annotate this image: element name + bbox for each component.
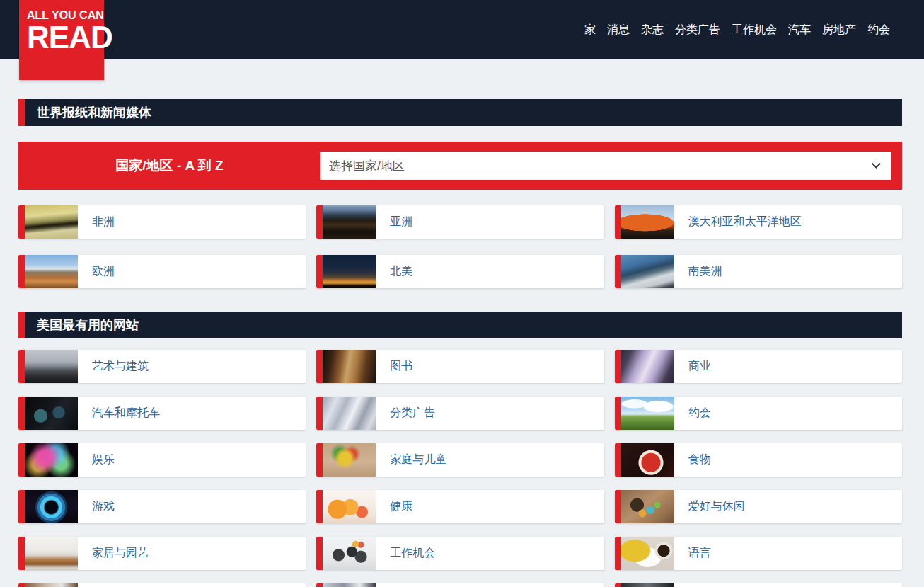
site-logo[interactable]: ALL YOU CAN READ	[19, 0, 104, 80]
card-accent-bar	[18, 537, 25, 570]
card-accent-bar	[18, 205, 25, 239]
card-home-garden[interactable]: 家居与园艺	[18, 537, 306, 570]
country-select[interactable]: 选择国家/地区	[320, 152, 891, 180]
nav-item-magazines[interactable]: 杂志	[641, 23, 664, 38]
card-label: 图书	[376, 359, 412, 374]
card-label: 健康	[376, 499, 412, 514]
card-accent-bar	[316, 397, 323, 430]
card-label: 娱乐	[78, 452, 115, 467]
card-south-america[interactable]: 南美洲	[615, 255, 902, 288]
card-hobbies-leisure[interactable]: 爱好与休闲	[615, 490, 902, 523]
card-classifieds[interactable]: 分类广告	[316, 397, 604, 430]
card-north-america[interactable]: 北美	[316, 255, 604, 288]
nav-item-news[interactable]: 消息	[607, 23, 630, 38]
card-australia-pacific[interactable]: 澳大利亚和太平洋地区	[615, 205, 902, 239]
card-accent-bar	[18, 397, 25, 430]
card-partial-2[interactable]	[316, 583, 604, 587]
us-card-grid: 艺术与建筑 图书 商业 汽车和摩托车 分类广告 约会	[18, 350, 902, 587]
card-cars-motorcycles[interactable]: 汽车和摩托车	[18, 397, 306, 430]
card-accent-bar	[615, 583, 621, 587]
card-label: 家居与园艺	[78, 546, 149, 561]
card-label: 爱好与休闲	[674, 499, 745, 514]
card-thumb-partial-1	[25, 583, 78, 587]
card-food[interactable]: 食物	[615, 443, 902, 477]
card-languages[interactable]: 语言	[615, 537, 902, 570]
country-az-banner: 国家/地区 - A 到 Z 选择国家/地区	[18, 142, 902, 190]
card-label: 家庭与儿童	[376, 452, 446, 467]
card-thumb-partial-2	[323, 583, 376, 587]
card-accent-bar	[316, 583, 323, 587]
card-accent-bar	[615, 255, 621, 288]
card-label: 欧洲	[78, 264, 115, 279]
card-accent-bar	[18, 583, 25, 587]
card-thumb-food	[621, 443, 674, 477]
card-thumb-home-garden	[25, 537, 78, 570]
card-accent-bar	[316, 490, 323, 523]
section-title-world: 世界报纸和新闻媒体	[18, 99, 902, 126]
nav-item-classifieds[interactable]: 分类广告	[675, 23, 720, 38]
card-label: 约会	[674, 406, 711, 421]
card-thumb-australia-pacific	[621, 205, 674, 239]
card-label: 语言	[674, 546, 711, 561]
card-thumb-jobs	[323, 537, 376, 570]
section-title-us: 美国最有用的网站	[18, 312, 902, 338]
card-accent-bar	[615, 350, 621, 383]
card-health[interactable]: 健康	[316, 490, 604, 523]
card-europe[interactable]: 欧洲	[18, 255, 306, 288]
card-dating[interactable]: 约会	[615, 397, 902, 430]
nav-item-jobs[interactable]: 工作机会	[732, 23, 777, 38]
card-partial-3[interactable]	[615, 583, 902, 587]
card-accent-bar	[316, 255, 323, 288]
card-accent-bar	[615, 205, 621, 239]
card-thumb-classifieds	[323, 397, 376, 430]
main-nav: 家消息杂志分类广告工作机会汽车房地产约会	[584, 0, 890, 59]
card-label: 分类广告	[376, 406, 435, 421]
card-label: 汽车和摩托车	[78, 406, 160, 421]
card-label: 游戏	[78, 499, 115, 514]
card-books[interactable]: 图书	[316, 350, 604, 383]
card-label: 工作机会	[376, 546, 435, 561]
card-partial-1[interactable]	[18, 583, 306, 587]
card-label: 北美	[376, 264, 412, 279]
card-label: 食物	[674, 452, 711, 467]
card-thumb-family-kids	[323, 443, 376, 477]
card-games[interactable]: 游戏	[18, 490, 306, 523]
card-thumb-languages	[621, 537, 674, 570]
card-label: 南美洲	[674, 264, 722, 279]
card-thumb-business	[621, 350, 674, 383]
card-arts-architecture[interactable]: 艺术与建筑	[18, 350, 306, 383]
card-accent-bar	[18, 490, 25, 523]
card-family-kids[interactable]: 家庭与儿童	[316, 443, 604, 477]
card-thumb-hobbies-leisure	[621, 490, 674, 523]
country-select-wrap: 选择国家/地区	[320, 152, 891, 180]
card-accent-bar	[615, 537, 621, 570]
card-thumb-dating	[621, 397, 674, 430]
nav-item-dating[interactable]: 约会	[867, 23, 890, 38]
card-accent-bar	[18, 443, 25, 477]
nav-item-real-estate[interactable]: 房地产	[822, 23, 856, 38]
card-accent-bar	[615, 490, 621, 523]
card-accent-bar	[18, 255, 25, 288]
card-accent-bar	[18, 350, 25, 383]
card-label: 商业	[674, 359, 711, 374]
card-entertainment[interactable]: 娱乐	[18, 443, 306, 477]
card-thumb-north-america	[323, 255, 376, 288]
nav-item-home[interactable]: 家	[584, 23, 596, 38]
top-header: ALL YOU CAN READ 家消息杂志分类广告工作机会汽车房地产约会	[0, 0, 924, 59]
card-asia[interactable]: 亚洲	[316, 205, 604, 239]
card-africa[interactable]: 非洲	[18, 205, 306, 239]
card-business[interactable]: 商业	[615, 350, 902, 383]
card-thumb-partial-3	[621, 583, 674, 587]
card-jobs[interactable]: 工作机会	[316, 537, 604, 570]
card-accent-bar	[316, 350, 323, 383]
card-label: 亚洲	[376, 215, 412, 229]
page-content: 世界报纸和新闻媒体 国家/地区 - A 到 Z 选择国家/地区 非洲 亚洲 澳大…	[18, 99, 902, 587]
card-label: 艺术与建筑	[78, 359, 149, 374]
card-label: 非洲	[78, 215, 115, 229]
nav-item-cars[interactable]: 汽车	[788, 23, 811, 38]
country-az-label: 国家/地区 - A 到 Z	[18, 156, 320, 175]
section-title-world-text: 世界报纸和新闻媒体	[37, 104, 151, 121]
card-thumb-europe	[25, 255, 78, 288]
card-thumb-south-america	[621, 255, 674, 288]
card-thumb-books	[323, 350, 376, 383]
